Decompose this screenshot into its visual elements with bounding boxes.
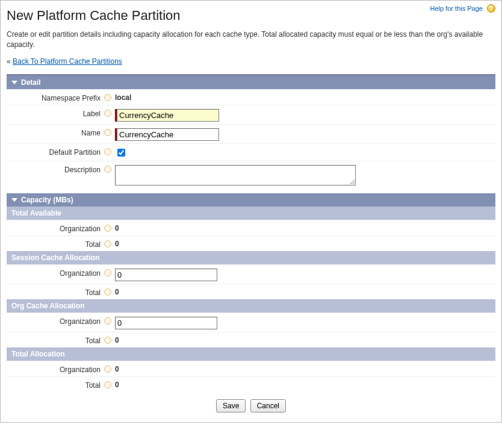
organization-label: Organization: [10, 316, 101, 326]
help-dot-icon[interactable]: [104, 317, 111, 325]
help-dot-icon[interactable]: [104, 381, 111, 388]
help-dot-icon[interactable]: [104, 288, 111, 296]
twisty-down-icon: [11, 81, 17, 84]
total-available-header: Total Available: [7, 207, 495, 220]
total-alloc-total-value: 0: [115, 379, 492, 389]
back-to-partitions-link[interactable]: Back To Platform Cache Partitions: [13, 57, 122, 66]
default-partition-checkbox[interactable]: [117, 149, 125, 157]
capacity-section-header[interactable]: Capacity (MBs): [7, 193, 495, 207]
help-dot-icon[interactable]: [104, 166, 111, 173]
help-dot-icon[interactable]: [104, 366, 111, 373]
organization-label: Organization: [10, 267, 101, 278]
session-organization-input[interactable]: [115, 269, 217, 281]
organization-label: Organization: [10, 364, 101, 374]
description-textarea[interactable]: [115, 165, 356, 185]
org-organization-input[interactable]: [115, 317, 217, 329]
detail-section-header[interactable]: Detail: [7, 76, 495, 89]
organization-label: Organization: [10, 223, 101, 233]
help-dot-icon[interactable]: [104, 129, 111, 136]
total-label: Total: [10, 379, 101, 390]
namespace-prefix-label: Namespace Prefix: [10, 92, 101, 102]
help-dot-icon[interactable]: [104, 225, 111, 232]
help-icon[interactable]: ?: [487, 4, 495, 13]
help-dot-icon[interactable]: [104, 94, 111, 101]
session-cache-header: Session Cache Allocation: [7, 251, 495, 264]
org-total-value: 0: [115, 335, 492, 344]
help-dot-icon[interactable]: [104, 269, 111, 276]
twisty-down-icon: [11, 198, 17, 202]
help-dot-icon[interactable]: [104, 148, 111, 155]
session-total-value: 0: [115, 287, 492, 296]
page-intro: Create or edit partition details includi…: [7, 30, 495, 50]
total-allocation-header: Total Allocation: [7, 347, 495, 361]
help-dot-icon[interactable]: [104, 110, 111, 117]
help-dot-icon[interactable]: [104, 337, 111, 344]
detail-header-label: Detail: [21, 78, 41, 87]
default-partition-label: Default Partition: [10, 146, 101, 157]
help-dot-icon[interactable]: [104, 240, 111, 247]
description-label: Description: [10, 164, 101, 174]
org-cache-header: Org Cache Allocation: [7, 299, 495, 313]
back-prefix: «: [7, 57, 13, 66]
capacity-header-label: Capacity (MBs): [21, 196, 73, 204]
cancel-button[interactable]: Cancel: [250, 399, 286, 412]
total-label: Total: [10, 238, 101, 249]
label-input[interactable]: [117, 109, 219, 122]
namespace-prefix-value: local: [115, 92, 492, 102]
label-label: Label: [10, 108, 101, 118]
total-label: Total: [10, 335, 101, 345]
total-label: Total: [10, 287, 101, 297]
name-input[interactable]: [117, 128, 219, 141]
total-available-total-value: 0: [115, 238, 492, 248]
name-label: Name: [10, 127, 101, 137]
total-available-org-value: 0: [115, 223, 492, 232]
total-alloc-org-value: 0: [115, 364, 492, 373]
save-button[interactable]: Save: [216, 399, 246, 412]
help-for-page-link[interactable]: Help for this Page: [430, 5, 483, 12]
back-link-row: « Back To Platform Cache Partitions: [7, 57, 495, 66]
page-title: New Platform Cache Partition: [7, 8, 495, 23]
